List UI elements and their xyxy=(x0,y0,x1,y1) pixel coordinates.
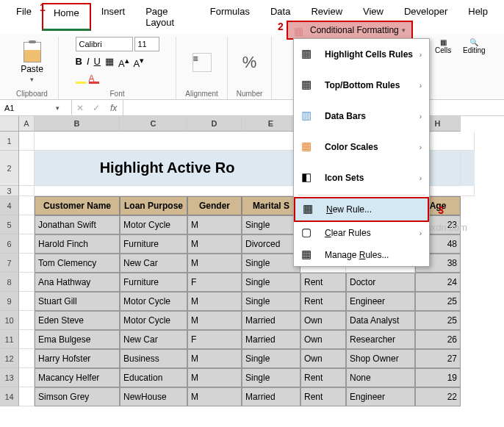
cell-loan[interactable]: Furniture xyxy=(120,234,187,254)
dd-color-scales[interactable]: ▦ Color Scales › xyxy=(294,132,429,162)
header-loan[interactable]: Loan Purpose xyxy=(120,196,187,215)
cell-loan[interactable]: Business xyxy=(120,349,187,368)
cell-marital[interactable]: Married xyxy=(242,311,300,330)
table-row[interactable]: Macancy HelferEducationMSingleRentNone19 xyxy=(19,368,475,387)
cell-rentown[interactable]: Rent xyxy=(300,387,346,406)
cell-loan[interactable]: NewHouse xyxy=(120,387,187,406)
cell-loan[interactable]: Motor Cycle xyxy=(120,215,187,234)
cell-customer[interactable]: Jonathan Swift xyxy=(35,215,120,234)
menu-page-layout[interactable]: Page Layout xyxy=(135,3,200,31)
cell-gender[interactable]: M xyxy=(187,387,242,406)
conditional-formatting-button[interactable]: Conditional Formatting ▾ xyxy=(287,21,413,40)
cell-customer[interactable]: Harold Finch xyxy=(35,234,120,254)
table-row[interactable]: Ema BulgeseNew CarFMarriedOwnResearcher2… xyxy=(19,330,475,349)
cell-customer[interactable]: Eden Steve xyxy=(35,311,120,330)
row-header-4[interactable]: 4 xyxy=(0,196,19,215)
row-header-11[interactable]: 11 xyxy=(0,330,19,349)
row-header-9[interactable]: 9 xyxy=(0,292,19,311)
row-header-10[interactable]: 10 xyxy=(0,311,19,330)
row-header-13[interactable]: 13 xyxy=(0,368,19,387)
menu-formulas[interactable]: Formulas xyxy=(200,3,260,31)
table-row[interactable]: Stuart GillMotor CycleMSingleRentEnginee… xyxy=(19,292,475,311)
header-marital[interactable]: Marital S xyxy=(242,196,300,215)
dd-manage-rules[interactable]: ▦ Manage Rules... xyxy=(294,244,429,266)
cells-group[interactable]: ▦ Cells xyxy=(435,38,451,54)
row-header-8[interactable]: 8 xyxy=(0,273,19,292)
row-header-1[interactable]: 1 xyxy=(0,132,19,151)
row-header-6[interactable]: 6 xyxy=(0,234,19,254)
row-header-12[interactable]: 12 xyxy=(0,349,19,368)
cell-rentown[interactable]: Own xyxy=(300,330,346,349)
dd-top-bottom[interactable]: ▦ Top/Bottom Rules › xyxy=(294,70,429,101)
col-header-e[interactable]: E xyxy=(242,116,300,132)
col-header-b[interactable]: B xyxy=(35,116,120,132)
cell-loan[interactable]: Motor Cycle xyxy=(120,311,187,330)
dd-highlight-cells[interactable]: ▦ Highlight Cells Rules › xyxy=(294,39,429,70)
underline-button[interactable]: U xyxy=(94,56,101,69)
cell-marital[interactable]: Single xyxy=(242,254,300,273)
table-row[interactable]: Eden SteveMotor CycleMMarriedOwnData Ana… xyxy=(19,311,475,330)
row-header-3[interactable]: 3 xyxy=(0,186,19,196)
cell-loan[interactable]: Furniture xyxy=(120,273,187,292)
cell-rentown[interactable]: Own xyxy=(300,349,346,368)
cell-age[interactable]: 24 xyxy=(415,273,461,292)
cell-occupation[interactable]: None xyxy=(346,368,415,387)
header-customer[interactable]: Customer Name xyxy=(35,196,120,215)
cell-marital[interactable]: Single xyxy=(242,368,300,387)
dd-new-rule[interactable]: ▦ New Rule... 3 xyxy=(294,197,429,222)
cell-occupation[interactable]: Engineer xyxy=(346,292,415,311)
cell-age[interactable]: 22 xyxy=(415,387,461,406)
cell-gender[interactable]: M xyxy=(187,349,242,368)
name-box[interactable]: ▾ xyxy=(0,100,72,115)
paste-button[interactable]: Paste ▾ xyxy=(18,39,46,86)
cell-customer[interactable]: Ema Bulgese xyxy=(35,330,120,349)
col-header-a[interactable]: A xyxy=(19,116,35,132)
menu-file[interactable]: File xyxy=(6,3,42,31)
cell-occupation[interactable]: Doctor xyxy=(346,273,415,292)
percent-icon[interactable]: % xyxy=(242,53,257,72)
cell-customer[interactable]: Tom Clemency xyxy=(35,254,120,273)
cell-marital[interactable]: Single xyxy=(242,273,300,292)
cell-gender[interactable]: M xyxy=(187,234,242,254)
table-row[interactable]: Ana HathwayFurnitureFSingleRentDoctor24 xyxy=(19,273,475,292)
table-row[interactable]: Simson GreyNewHouseMMarriedRentEngineer2… xyxy=(19,387,475,406)
menu-home[interactable]: Home xyxy=(42,3,91,31)
row-header-5[interactable]: 5 xyxy=(0,215,19,234)
font-size-select[interactable] xyxy=(134,37,159,51)
cell-marital[interactable]: Single xyxy=(242,292,300,311)
alignment-icon[interactable]: ≡ xyxy=(192,53,212,72)
cancel-icon[interactable]: ✕ xyxy=(72,103,88,113)
fill-color-button[interactable] xyxy=(76,73,86,84)
header-gender[interactable]: Gender xyxy=(187,196,242,215)
cell-marital[interactable]: Divorced xyxy=(242,234,300,254)
cell-customer[interactable]: Harry Hofster xyxy=(35,349,120,368)
dd-clear-rules[interactable]: ▢ Clear Rules › xyxy=(294,222,429,244)
table-row[interactable]: Harry HofsterBusinessMSingleOwnShop Owne… xyxy=(19,349,475,368)
cell-occupation[interactable]: Data Analyst xyxy=(346,311,415,330)
cell-marital[interactable]: Married xyxy=(242,387,300,406)
cell-age[interactable]: 25 xyxy=(415,292,461,311)
dd-icon-sets[interactable]: ◧ Icon Sets › xyxy=(294,162,429,193)
dd-data-bars[interactable]: ▥ Data Bars › xyxy=(294,101,429,132)
cell-gender[interactable]: M xyxy=(187,254,242,273)
increase-font-button[interactable]: A▴ xyxy=(118,56,129,69)
cell-rentown[interactable]: Rent xyxy=(300,292,346,311)
title-cell[interactable]: Highlight Active Ro xyxy=(35,151,300,186)
cell-gender[interactable]: M xyxy=(187,215,242,234)
name-box-input[interactable] xyxy=(4,104,56,112)
decrease-font-button[interactable]: A▾ xyxy=(134,56,145,69)
border-button[interactable]: ▦ xyxy=(105,56,114,69)
menu-insert[interactable]: Insert xyxy=(91,3,136,31)
cell-age[interactable]: 26 xyxy=(415,330,461,349)
cell-rentown[interactable]: Own xyxy=(300,311,346,330)
cell-gender[interactable]: F xyxy=(187,330,242,349)
cell-gender[interactable]: F xyxy=(187,273,242,292)
cell-loan[interactable]: New Car xyxy=(120,330,187,349)
menu-help[interactable]: Help xyxy=(458,3,498,31)
cell-loan[interactable]: Education xyxy=(120,368,187,387)
cell-gender[interactable]: M xyxy=(187,292,242,311)
row-header-7[interactable]: 7 xyxy=(0,254,19,273)
cell-occupation[interactable]: Engineer xyxy=(346,387,415,406)
font-color-button[interactable]: A xyxy=(89,73,99,84)
cell-age[interactable]: 25 xyxy=(415,311,461,330)
